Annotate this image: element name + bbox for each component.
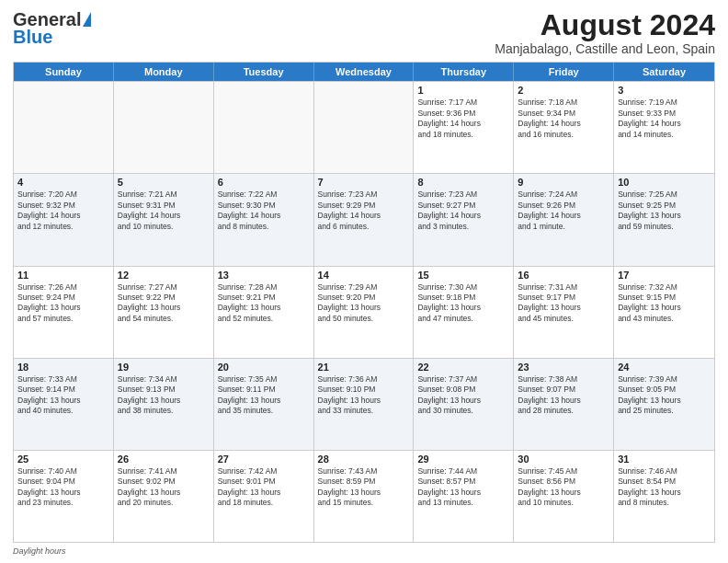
calendar-header-tuesday: Tuesday bbox=[214, 63, 314, 81]
calendar-cell-day-4: 4Sunrise: 7:20 AMSunset: 9:32 PMDaylight… bbox=[14, 174, 114, 265]
day-info: Sunrise: 7:21 AMSunset: 9:31 PMDaylight:… bbox=[118, 190, 210, 232]
day-number: 2 bbox=[518, 85, 609, 96]
day-info: Sunrise: 7:37 AMSunset: 9:08 PMDaylight:… bbox=[417, 374, 509, 417]
day-info: Sunrise: 7:35 AMSunset: 9:11 PMDaylight:… bbox=[218, 374, 310, 417]
footer-daylight-label: Daylight hours bbox=[13, 546, 66, 556]
header: General Blue August 2024 Manjabalago, Ca… bbox=[13, 9, 715, 56]
day-number: 3 bbox=[618, 85, 711, 96]
day-info: Sunrise: 7:23 AMSunset: 9:27 PMDaylight:… bbox=[417, 190, 509, 232]
calendar-title: August 2024 bbox=[495, 9, 715, 41]
calendar-cell-day-27: 27Sunrise: 7:42 AMSunset: 9:01 PMDayligh… bbox=[214, 451, 314, 542]
calendar-cell-empty bbox=[214, 82, 314, 173]
day-info: Sunrise: 7:36 AMSunset: 9:10 PMDaylight:… bbox=[318, 374, 410, 417]
day-number: 11 bbox=[17, 270, 109, 281]
day-number: 18 bbox=[17, 362, 109, 373]
calendar-cell-day-22: 22Sunrise: 7:37 AMSunset: 9:08 PMDayligh… bbox=[414, 359, 514, 450]
day-info: Sunrise: 7:41 AMSunset: 9:02 PMDaylight:… bbox=[118, 466, 210, 509]
day-info: Sunrise: 7:31 AMSunset: 9:17 PMDaylight:… bbox=[518, 282, 609, 325]
calendar-cell-day-2: 2Sunrise: 7:18 AMSunset: 9:34 PMDaylight… bbox=[514, 82, 614, 173]
day-number: 6 bbox=[218, 177, 310, 188]
calendar-week-3: 11Sunrise: 7:26 AMSunset: 9:24 PMDayligh… bbox=[14, 266, 714, 358]
calendar-week-1: 1Sunrise: 7:17 AMSunset: 9:36 PMDaylight… bbox=[14, 81, 714, 173]
calendar-cell-day-18: 18Sunrise: 7:33 AMSunset: 9:14 PMDayligh… bbox=[14, 359, 114, 450]
calendar-cell-day-19: 19Sunrise: 7:34 AMSunset: 9:13 PMDayligh… bbox=[114, 359, 214, 450]
day-info: Sunrise: 7:30 AMSunset: 9:18 PMDaylight:… bbox=[417, 282, 509, 325]
day-number: 22 bbox=[417, 362, 509, 373]
day-info: Sunrise: 7:39 AMSunset: 9:05 PMDaylight:… bbox=[618, 374, 711, 417]
calendar-header-sunday: Sunday bbox=[14, 63, 114, 81]
calendar-subtitle: Manjabalago, Castille and Leon, Spain bbox=[495, 41, 715, 56]
day-number: 20 bbox=[218, 362, 310, 373]
day-number: 31 bbox=[618, 454, 711, 465]
day-info: Sunrise: 7:42 AMSunset: 9:01 PMDaylight:… bbox=[218, 466, 310, 509]
day-number: 21 bbox=[318, 362, 410, 373]
calendar-cell-day-10: 10Sunrise: 7:25 AMSunset: 9:25 PMDayligh… bbox=[614, 174, 714, 265]
footer: Daylight hours bbox=[13, 546, 715, 556]
day-info: Sunrise: 7:44 AMSunset: 8:57 PMDaylight:… bbox=[417, 466, 509, 509]
calendar-header-row: SundayMondayTuesdayWednesdayThursdayFrid… bbox=[14, 63, 714, 81]
calendar-cell-day-21: 21Sunrise: 7:36 AMSunset: 9:10 PMDayligh… bbox=[314, 359, 415, 450]
calendar-cell-day-23: 23Sunrise: 7:38 AMSunset: 9:07 PMDayligh… bbox=[514, 359, 614, 450]
calendar-cell-day-3: 3Sunrise: 7:19 AMSunset: 9:33 PMDaylight… bbox=[614, 82, 714, 173]
calendar-cell-day-25: 25Sunrise: 7:40 AMSunset: 9:04 PMDayligh… bbox=[14, 451, 114, 542]
day-number: 26 bbox=[118, 454, 210, 465]
day-number: 13 bbox=[218, 270, 310, 281]
calendar-cell-day-5: 5Sunrise: 7:21 AMSunset: 9:31 PMDaylight… bbox=[114, 174, 214, 265]
day-number: 23 bbox=[518, 362, 609, 373]
calendar-cell-day-20: 20Sunrise: 7:35 AMSunset: 9:11 PMDayligh… bbox=[214, 359, 314, 450]
day-info: Sunrise: 7:22 AMSunset: 9:30 PMDaylight:… bbox=[218, 190, 310, 232]
calendar-cell-day-1: 1Sunrise: 7:17 AMSunset: 9:36 PMDaylight… bbox=[414, 82, 514, 173]
calendar-week-4: 18Sunrise: 7:33 AMSunset: 9:14 PMDayligh… bbox=[14, 358, 714, 450]
day-info: Sunrise: 7:28 AMSunset: 9:21 PMDaylight:… bbox=[218, 282, 310, 325]
page: General Blue August 2024 Manjabalago, Ca… bbox=[0, 0, 728, 563]
day-info: Sunrise: 7:20 AMSunset: 9:32 PMDaylight:… bbox=[17, 190, 109, 232]
day-number: 19 bbox=[118, 362, 210, 373]
logo-blue: Blue bbox=[13, 27, 52, 48]
day-info: Sunrise: 7:45 AMSunset: 8:56 PMDaylight:… bbox=[518, 466, 609, 509]
calendar-cell-day-30: 30Sunrise: 7:45 AMSunset: 8:56 PMDayligh… bbox=[514, 451, 614, 542]
calendar-cell-day-16: 16Sunrise: 7:31 AMSunset: 9:17 PMDayligh… bbox=[514, 267, 614, 358]
day-info: Sunrise: 7:43 AMSunset: 8:59 PMDaylight:… bbox=[318, 466, 410, 509]
calendar-cell-day-26: 26Sunrise: 7:41 AMSunset: 9:02 PMDayligh… bbox=[114, 451, 214, 542]
calendar-header-friday: Friday bbox=[514, 63, 614, 81]
calendar-cell-day-14: 14Sunrise: 7:29 AMSunset: 9:20 PMDayligh… bbox=[314, 267, 415, 358]
calendar-cell-empty bbox=[314, 82, 415, 173]
day-number: 12 bbox=[118, 270, 210, 281]
day-info: Sunrise: 7:17 AMSunset: 9:36 PMDaylight:… bbox=[417, 98, 509, 140]
day-info: Sunrise: 7:29 AMSunset: 9:20 PMDaylight:… bbox=[318, 282, 410, 325]
calendar-cell-empty bbox=[14, 82, 114, 173]
day-info: Sunrise: 7:23 AMSunset: 9:29 PMDaylight:… bbox=[318, 190, 410, 232]
calendar-cell-day-31: 31Sunrise: 7:46 AMSunset: 8:54 PMDayligh… bbox=[614, 451, 714, 542]
calendar: SundayMondayTuesdayWednesdayThursdayFrid… bbox=[13, 62, 715, 543]
day-number: 1 bbox=[417, 85, 509, 96]
day-info: Sunrise: 7:27 AMSunset: 9:22 PMDaylight:… bbox=[118, 282, 210, 325]
calendar-cell-empty bbox=[114, 82, 214, 173]
day-number: 15 bbox=[417, 270, 509, 281]
calendar-week-2: 4Sunrise: 7:20 AMSunset: 9:32 PMDaylight… bbox=[14, 173, 714, 265]
day-info: Sunrise: 7:25 AMSunset: 9:25 PMDaylight:… bbox=[618, 190, 711, 232]
day-info: Sunrise: 7:32 AMSunset: 9:15 PMDaylight:… bbox=[618, 282, 711, 325]
day-number: 17 bbox=[618, 270, 711, 281]
calendar-header-thursday: Thursday bbox=[414, 63, 514, 81]
day-number: 16 bbox=[518, 270, 609, 281]
day-info: Sunrise: 7:24 AMSunset: 9:26 PMDaylight:… bbox=[518, 190, 609, 232]
calendar-cell-day-12: 12Sunrise: 7:27 AMSunset: 9:22 PMDayligh… bbox=[114, 267, 214, 358]
day-number: 4 bbox=[17, 177, 109, 188]
calendar-cell-day-6: 6Sunrise: 7:22 AMSunset: 9:30 PMDaylight… bbox=[214, 174, 314, 265]
calendar-header-wednesday: Wednesday bbox=[314, 63, 415, 81]
day-number: 24 bbox=[618, 362, 711, 373]
calendar-cell-day-15: 15Sunrise: 7:30 AMSunset: 9:18 PMDayligh… bbox=[414, 267, 514, 358]
calendar-cell-day-24: 24Sunrise: 7:39 AMSunset: 9:05 PMDayligh… bbox=[614, 359, 714, 450]
day-info: Sunrise: 7:33 AMSunset: 9:14 PMDaylight:… bbox=[17, 374, 109, 417]
day-info: Sunrise: 7:34 AMSunset: 9:13 PMDaylight:… bbox=[118, 374, 210, 417]
calendar-cell-day-7: 7Sunrise: 7:23 AMSunset: 9:29 PMDaylight… bbox=[314, 174, 415, 265]
calendar-header-saturday: Saturday bbox=[614, 63, 714, 81]
day-number: 25 bbox=[17, 454, 109, 465]
day-number: 28 bbox=[318, 454, 410, 465]
day-number: 30 bbox=[518, 454, 609, 465]
calendar-header-monday: Monday bbox=[114, 63, 214, 81]
day-info: Sunrise: 7:19 AMSunset: 9:33 PMDaylight:… bbox=[618, 98, 711, 140]
calendar-cell-day-28: 28Sunrise: 7:43 AMSunset: 8:59 PMDayligh… bbox=[314, 451, 415, 542]
day-number: 29 bbox=[417, 454, 509, 465]
calendar-body: 1Sunrise: 7:17 AMSunset: 9:36 PMDaylight… bbox=[14, 81, 714, 542]
